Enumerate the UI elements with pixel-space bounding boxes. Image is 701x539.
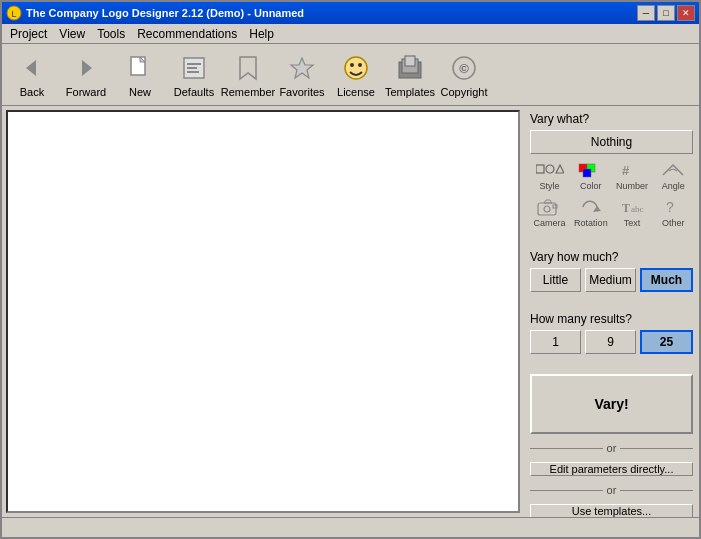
vary-item-rotation[interactable]: Rotation [571,195,610,230]
svg-text:T: T [622,201,630,215]
or-line-right-2 [620,490,693,491]
vary-amount-row: Little Medium Much [530,268,693,292]
or-label-2: or [607,484,617,496]
num-1-button[interactable]: 1 [530,330,581,354]
maximize-button[interactable]: □ [657,5,675,21]
main-window: L The Company Logo Designer 2.12 (Demo) … [0,0,701,539]
templates-icon [394,52,426,84]
svg-rect-17 [405,56,415,66]
number-icon: # [618,160,646,180]
little-button[interactable]: Little [530,268,581,292]
color-icon [577,160,605,180]
copyright-button[interactable]: © Copyright [438,49,490,101]
svg-text:?: ? [666,199,674,215]
number-row: 1 9 25 [530,330,693,354]
license-icon [340,52,372,84]
use-templates-button[interactable]: Use templates... [530,504,693,517]
svg-point-13 [350,63,354,67]
forward-icon [70,52,102,84]
svg-marker-3 [82,60,92,76]
edit-params-button[interactable]: Edit parameters directly... [530,462,693,476]
camera-label: Camera [534,218,566,228]
window-title: The Company Logo Designer 2.12 (Demo) - … [26,7,304,19]
medium-button[interactable]: Medium [585,268,636,292]
svg-text:abc: abc [631,204,644,214]
other-icon: ? [659,197,687,217]
forward-button[interactable]: Forward [60,49,112,101]
title-bar: L The Company Logo Designer 2.12 (Demo) … [2,2,699,24]
how-many-section: How many results? 1 9 25 [530,312,693,354]
license-label: License [337,86,375,98]
vary-item-style[interactable]: Style [530,158,569,193]
text-label: Text [624,218,641,228]
svg-rect-8 [187,67,197,69]
minimize-button[interactable]: ─ [637,5,655,21]
vary-how-label: Vary how much? [530,250,693,264]
new-label: New [129,86,151,98]
svg-marker-29 [544,200,552,203]
content-area: Vary what? Nothing Style [2,106,699,517]
svg-text:©: © [459,61,469,76]
svg-marker-10 [240,57,256,79]
svg-marker-11 [291,58,313,78]
svg-rect-20 [536,165,544,173]
svg-rect-25 [583,169,591,177]
or-label-1: or [607,442,617,454]
back-button[interactable]: Back [6,49,58,101]
menu-project[interactable]: Project [4,25,53,43]
vary-item-other[interactable]: ? Other [654,195,693,230]
svg-rect-7 [187,63,201,65]
vary-item-text[interactable]: T abc Text [613,195,652,230]
vary-items-grid: Style Color [530,158,693,230]
back-label: Back [20,86,44,98]
svg-point-28 [544,206,550,212]
style-icon [536,160,564,180]
rotation-label: Rotation [574,218,608,228]
templates-label: Templates [385,86,435,98]
color-label: Color [580,181,602,191]
rotation-icon-vary [577,197,605,217]
window-controls: ─ □ ✕ [637,5,695,21]
svg-point-14 [358,63,362,67]
close-button[interactable]: ✕ [677,5,695,21]
favorites-icon [286,52,318,84]
num-25-button[interactable]: 25 [640,330,693,354]
remember-button[interactable]: Remember [222,49,274,101]
num-9-button[interactable]: 9 [585,330,636,354]
remember-icon [232,52,264,84]
canvas [6,110,520,513]
vary-button[interactable]: Vary! [530,374,693,434]
menubar: Project View Tools Recommendations Help [2,24,699,44]
menu-recommendations[interactable]: Recommendations [131,25,243,43]
toolbar: Back Forward New [2,44,699,106]
svg-marker-2 [26,60,36,76]
much-button[interactable]: Much [640,268,693,292]
app-icon: L [6,5,22,21]
defaults-label: Defaults [174,86,214,98]
svg-text:L: L [11,9,16,19]
defaults-icon [178,52,210,84]
remember-label: Remember [221,86,275,98]
or-line-left [530,448,603,449]
right-panel: Vary what? Nothing Style [524,106,699,517]
or-line-left-2 [530,490,603,491]
or-row-2: or [530,484,693,496]
vary-item-camera[interactable]: Camera [530,195,569,230]
menu-view[interactable]: View [53,25,91,43]
menu-tools[interactable]: Tools [91,25,131,43]
svg-marker-31 [593,206,601,212]
vary-item-angle[interactable]: Angle [654,158,693,193]
status-bar [2,517,699,537]
menu-help[interactable]: Help [243,25,280,43]
nothing-button[interactable]: Nothing [530,130,693,154]
vary-item-number[interactable]: # Number [613,158,652,193]
vary-item-color[interactable]: Color [571,158,610,193]
license-button[interactable]: License [330,49,382,101]
forward-label: Forward [66,86,106,98]
templates-button[interactable]: Templates [384,49,436,101]
favorites-button[interactable]: Favorites [276,49,328,101]
new-button[interactable]: New [114,49,166,101]
vary-button-section: Vary! [530,374,693,434]
defaults-button[interactable]: Defaults [168,49,220,101]
vary-how-section: Vary how much? Little Medium Much [530,250,693,292]
